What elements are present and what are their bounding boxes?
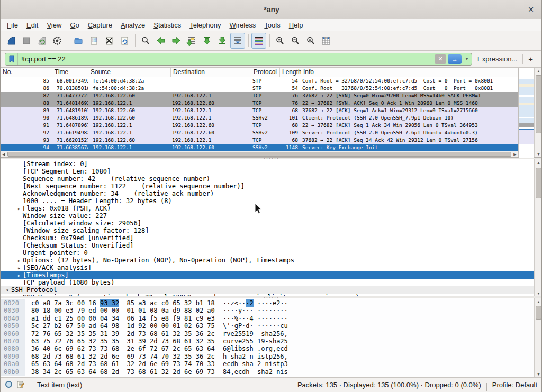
hex-row-0090[interactable]: 009068 2d 73 68 61 32 2d 6e 69 73 74 70 … — [1, 353, 534, 360]
detail-line[interactable]: Sequence number: 42 (relative sequence n… — [1, 175, 534, 183]
vscrollbar-thumb[interactable] — [536, 75, 541, 133]
detail-line[interactable]: Window size value: 227 — [1, 212, 534, 220]
filter-dropdown-icon[interactable]: ▾ — [463, 54, 471, 64]
packet-list-hscrollbar[interactable]: ◀ ▶ — [1, 151, 518, 157]
detail-line[interactable]: ▸[SEQ/ACK analysis] — [1, 264, 534, 271]
detail-line[interactable]: Acknowledgment number: 34 (relative ack … — [1, 190, 534, 197]
packet-list-header[interactable]: No.TimeSourceDestinationProtocolLengthIn… — [1, 68, 518, 77]
scroll-down-icon[interactable]: ▼ — [535, 151, 542, 157]
detail-line[interactable]: ▸[Timestamps] — [1, 271, 534, 279]
packet-row-87[interactable]: 8771.647777234192.168.122.60192.168.122.… — [1, 92, 518, 99]
hex-row-0080[interactable]: 008036 40 6c 69 62 73 73 68 2e 6f 72 67 … — [1, 345, 534, 352]
scroll-up-icon[interactable]: ▲ — [535, 68, 542, 74]
apply-filter-icon[interactable]: → — [448, 54, 462, 64]
collapsed-arrow-icon[interactable]: ▸ — [15, 265, 23, 271]
zoom-reset-icon[interactable] — [303, 33, 318, 49]
profile[interactable]: Profile: Default — [486, 379, 542, 391]
scroll-right-icon[interactable]: ▶ — [512, 151, 518, 157]
packet-row-93[interactable]: 9371.662015274192.168.122.60192.168.122.… — [1, 136, 518, 144]
menu-view[interactable]: View — [42, 20, 66, 30]
find-packet-icon[interactable] — [138, 33, 153, 49]
hex-row-0020[interactable]: 0020c0 a8 7a 3c 00 16 93 32 85 a3 ac c0 … — [1, 299, 534, 307]
intelligent-scrollbar-minimap[interactable] — [518, 68, 534, 157]
detail-line[interactable]: [Checksum Status: Unverified] — [1, 242, 534, 249]
restart-capture-icon[interactable] — [34, 33, 49, 49]
scroll-down-icon[interactable]: ▼ — [535, 290, 542, 296]
hscrollbar-thumb[interactable] — [7, 152, 511, 157]
detail-line[interactable]: ▾SSH Protocol — [1, 286, 534, 294]
capture-comment-icon[interactable] — [17, 380, 24, 390]
packet-row-94[interactable]: 9471.663856741192.168.122.1192.168.122.6… — [1, 144, 518, 151]
start-capture-icon[interactable] — [4, 33, 19, 49]
column-header-source[interactable]: Source — [88, 68, 171, 77]
menu-capture[interactable]: Capture — [84, 20, 116, 30]
auto-scroll-icon[interactable] — [230, 33, 245, 49]
details-vscrollbar[interactable]: ▲ ▼ — [534, 159, 542, 296]
detail-line[interactable]: [TCP Segment Len: 1080] — [1, 168, 534, 175]
hex-row-00b0[interactable]: 00b038 34 2c 65 63 64 68 2d 73 68 61 32 … — [1, 368, 534, 376]
column-header-time[interactable]: Time — [52, 68, 88, 77]
detail-line[interactable]: TCP payload (1080 bytes) — [1, 279, 534, 286]
close-icon[interactable]: ✕ — [526, 4, 536, 15]
detail-line[interactable]: Urgent pointer: 0 — [1, 249, 534, 257]
go-forward-icon[interactable] — [169, 33, 184, 49]
expression-button[interactable]: Expression... — [472, 55, 522, 63]
menu-telephony[interactable]: Telephony — [185, 20, 225, 30]
hex-row-00a0[interactable]: 00a065 63 64 68 2d 73 68 61 32 2d 6e 69 … — [1, 360, 534, 368]
hex-row-0040[interactable]: 0040a1 dd c1 25 00 00 04 34 06 14 f5 e8 … — [1, 315, 534, 322]
menu-go[interactable]: Go — [66, 20, 83, 30]
detail-line[interactable]: Checksum: 0x79ed [unverified] — [1, 234, 534, 242]
expert-info-icon[interactable] — [5, 380, 13, 390]
resize-columns-icon[interactable] — [319, 33, 333, 49]
menu-file[interactable]: File — [3, 20, 22, 30]
vscrollbar-thumb[interactable] — [536, 306, 541, 320]
packet-row-86[interactable]: 8670.013850163fe:54:00:d4:38:2aSTP54Conf… — [1, 85, 518, 92]
column-header-info[interactable]: Info — [301, 68, 518, 77]
packet-row-88[interactable]: 8871.648146932192.168.122.1192.168.122.6… — [1, 99, 518, 107]
column-header-length[interactable]: Length — [280, 68, 301, 77]
add-filter-button[interactable]: + — [523, 54, 538, 63]
stop-capture-icon[interactable] — [19, 33, 34, 49]
detail-line[interactable]: ▸Options: (12 bytes), No-Operation (NOP)… — [1, 257, 534, 264]
menu-statistics[interactable]: Statistics — [149, 20, 185, 30]
scroll-down-icon[interactable]: ▼ — [535, 371, 542, 377]
collapsed-arrow-icon[interactable]: ▸ — [15, 257, 23, 264]
titlebar[interactable]: *any ✕ — [1, 0, 542, 19]
packet-row-91[interactable]: 9171.648789678192.168.122.1192.168.122.6… — [1, 122, 518, 129]
expanded-arrow-icon[interactable]: ▾ — [4, 287, 11, 294]
display-filter-input[interactable] — [18, 53, 435, 65]
detail-line[interactable]: ▸Flags: 0x018 (PSH, ACK) — [1, 205, 534, 212]
reload-file-icon[interactable] — [117, 33, 132, 49]
detail-line[interactable]: 1000 .... = Header Length: 32 bytes (8) — [1, 197, 534, 205]
column-header-destination[interactable]: Destination — [171, 68, 251, 77]
menu-tools[interactable]: Tools — [260, 20, 284, 30]
open-file-icon[interactable] — [71, 33, 86, 49]
column-header-no[interactable]: No. — [1, 68, 52, 77]
display-filter-field[interactable]: ✕ → ▾ — [5, 53, 472, 66]
hex-row-0070[interactable]: 007063 75 72 76 65 32 35 35 31 39 2d 73 … — [1, 338, 534, 345]
hex-row-0050[interactable]: 00505c 27 b2 67 50 ad 64 98 1d 92 00 00 … — [1, 322, 534, 330]
go-last-icon[interactable] — [215, 33, 230, 49]
clear-filter-icon[interactable]: ✕ — [435, 54, 446, 64]
packet-row-85[interactable]: 8568.001734936fe:54:00:d4:38:2aSTP54Conf… — [1, 77, 518, 85]
packet-list-vscrollbar[interactable]: ▲ ▼ — [534, 68, 542, 157]
hex-row-0060[interactable]: 006072 76 65 32 35 35 31 39 2d 73 68 61 … — [1, 330, 534, 338]
save-file-icon[interactable]: 01010110 — [86, 33, 101, 49]
collapsed-arrow-icon[interactable]: ▸ — [15, 272, 23, 279]
hex-row-0030[interactable]: 003080 18 00 e3 79 ed 00 00 01 01 08 0a … — [1, 307, 534, 314]
bytes-vscrollbar[interactable]: ▲ ▼ — [534, 298, 542, 377]
menu-help[interactable]: Help — [285, 20, 308, 30]
capture-options-icon[interactable] — [50, 33, 65, 49]
go-to-packet-icon[interactable] — [184, 33, 199, 49]
menu-wireless[interactable]: Wireless — [225, 20, 260, 30]
go-back-icon[interactable] — [153, 33, 168, 49]
detail-line[interactable]: [Window size scaling factor: 128] — [1, 227, 534, 234]
menu-analyze[interactable]: Analyze — [116, 20, 149, 30]
packet-row-92[interactable]: 9271.661949820192.168.122.1192.168.122.6… — [1, 129, 518, 136]
zoom-out-icon[interactable] — [288, 33, 303, 49]
close-file-icon[interactable] — [102, 33, 116, 49]
scroll-left-icon[interactable]: ◀ — [1, 151, 7, 157]
bookmark-icon[interactable] — [5, 53, 18, 65]
column-header-protocol[interactable]: Protocol — [251, 68, 280, 77]
menu-edit[interactable]: Edit — [22, 20, 42, 30]
